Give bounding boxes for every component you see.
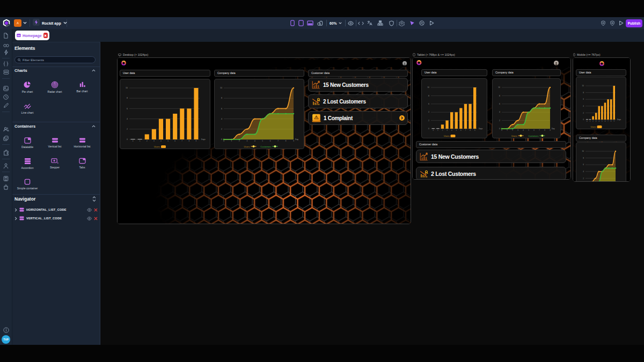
svg-text:Users: Users <box>511 135 517 137</box>
svg-text:2: 2 <box>512 129 513 131</box>
svg-text:4: 4 <box>583 171 584 173</box>
svg-text:2: 2 <box>428 120 429 122</box>
svg-text:6: 6 <box>499 103 500 105</box>
svg-text:0: 0 <box>133 140 134 142</box>
svg-text:9: 9 <box>293 140 294 142</box>
svg-text:Day: Day <box>295 138 298 141</box>
svg-text:4: 4 <box>583 105 584 107</box>
svg-text:4: 4 <box>499 111 500 113</box>
svg-text:Users: Users <box>154 145 160 148</box>
svg-text:3: 3 <box>153 140 155 142</box>
svg-text:4: 4 <box>127 118 128 120</box>
svg-text:0: 0 <box>583 119 584 121</box>
svg-text:2: 2 <box>583 112 584 114</box>
svg-text:8: 8 <box>544 129 545 131</box>
svg-text:4: 4 <box>451 129 452 131</box>
svg-text:3: 3 <box>246 140 247 142</box>
svg-text:0: 0 <box>127 138 128 141</box>
svg-text:8: 8 <box>499 95 500 97</box>
svg-text:Users: Users <box>244 145 250 148</box>
svg-text:9: 9 <box>550 129 551 131</box>
svg-text:7: 7 <box>277 140 279 142</box>
svg-text:10: 10 <box>582 150 584 152</box>
svg-text:3: 3 <box>596 120 597 122</box>
svg-text:Days: Days <box>201 138 206 141</box>
svg-text:5: 5 <box>528 129 529 131</box>
svg-text:10: 10 <box>126 87 128 89</box>
svg-text:4: 4 <box>221 118 222 120</box>
svg-text:2: 2 <box>442 129 443 131</box>
svg-text:Day: Day <box>552 128 555 130</box>
svg-text:10: 10 <box>582 85 584 87</box>
svg-text:2: 2 <box>239 140 240 142</box>
svg-text:Customers: Customers <box>528 135 538 137</box>
svg-text:2: 2 <box>127 128 128 130</box>
svg-text:10: 10 <box>498 86 500 88</box>
svg-text:0: 0 <box>501 129 502 131</box>
svg-text:0: 0 <box>499 128 500 130</box>
svg-text:4: 4 <box>254 140 255 142</box>
svg-text:10: 10 <box>427 86 429 88</box>
svg-text:4: 4 <box>523 129 524 131</box>
svg-text:5: 5 <box>262 140 263 142</box>
svg-text:6: 6 <box>583 98 584 100</box>
svg-text:6: 6 <box>270 140 271 142</box>
svg-text:7: 7 <box>539 129 540 131</box>
svg-text:7: 7 <box>608 120 609 122</box>
svg-text:10: 10 <box>220 87 222 89</box>
svg-text:0: 0 <box>587 120 588 122</box>
svg-text:4: 4 <box>598 120 599 122</box>
svg-text:2: 2 <box>592 120 594 122</box>
svg-text:1: 1 <box>507 129 508 131</box>
svg-text:Days: Days <box>617 119 621 121</box>
svg-text:1: 1 <box>231 140 232 142</box>
svg-text:6: 6 <box>174 140 175 142</box>
svg-text:6: 6 <box>605 120 606 122</box>
svg-text:0: 0 <box>223 140 224 142</box>
svg-text:0: 0 <box>221 138 222 141</box>
svg-text:6: 6 <box>221 108 222 110</box>
svg-text:8: 8 <box>286 140 287 142</box>
svg-text:4: 4 <box>160 140 162 142</box>
svg-text:9: 9 <box>474 129 475 131</box>
svg-text:8: 8 <box>470 129 471 131</box>
svg-text:2: 2 <box>499 120 500 122</box>
svg-text:8: 8 <box>188 140 189 142</box>
svg-text:Days: Days <box>479 128 483 130</box>
svg-text:5: 5 <box>456 129 457 131</box>
svg-text:0: 0 <box>428 128 429 130</box>
svg-text:Customers: Customers <box>260 145 271 148</box>
svg-text:Users: Users <box>591 126 596 128</box>
svg-text:6: 6 <box>533 129 535 131</box>
svg-text:2: 2 <box>147 140 148 142</box>
svg-text:1: 1 <box>437 129 438 131</box>
svg-text:2: 2 <box>221 128 222 130</box>
svg-text:1: 1 <box>590 120 591 122</box>
svg-text:7: 7 <box>181 140 182 142</box>
svg-text:8: 8 <box>221 97 222 99</box>
svg-text:1: 1 <box>140 140 141 142</box>
svg-text:6: 6 <box>583 164 584 166</box>
svg-text:6: 6 <box>460 129 462 131</box>
svg-text:2: 2 <box>583 178 584 180</box>
svg-text:5: 5 <box>602 120 603 122</box>
svg-text:8: 8 <box>583 92 584 94</box>
svg-text:8: 8 <box>583 157 584 159</box>
svg-text:8: 8 <box>611 120 612 122</box>
svg-text:7: 7 <box>465 129 466 131</box>
svg-text:9: 9 <box>196 140 197 142</box>
svg-text:0: 0 <box>433 129 434 131</box>
svg-text:6: 6 <box>127 108 128 110</box>
svg-text:4: 4 <box>428 111 429 113</box>
svg-text:3: 3 <box>447 129 448 131</box>
svg-text:8: 8 <box>127 97 128 99</box>
svg-text:Users: Users <box>444 135 449 137</box>
svg-text:5: 5 <box>167 140 169 142</box>
svg-text:8: 8 <box>428 95 429 97</box>
svg-text:6: 6 <box>428 103 429 105</box>
svg-text:9: 9 <box>613 120 614 122</box>
svg-text:3: 3 <box>517 129 518 131</box>
